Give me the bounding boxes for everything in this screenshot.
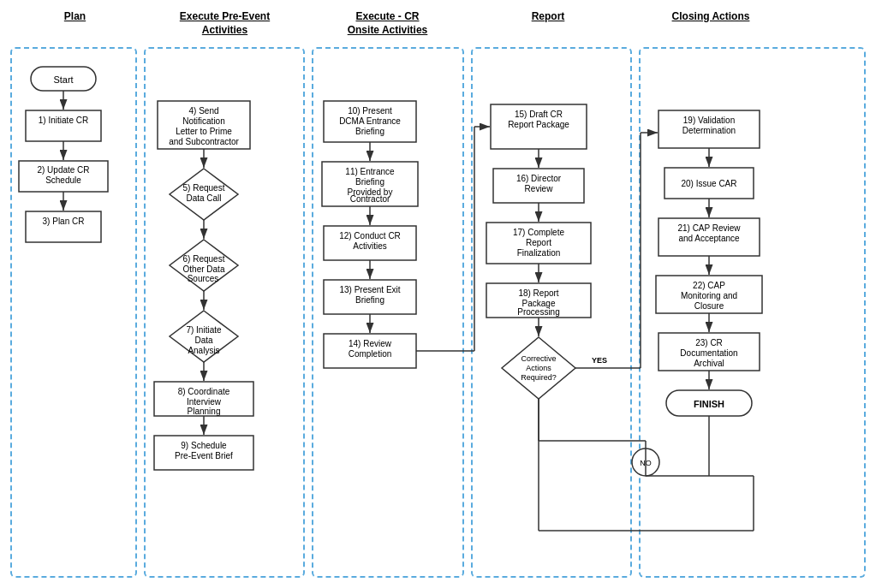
diagram-container: Plan Execute Pre-EventActivities Execute… (0, 0, 876, 588)
plan-dashed-border (10, 47, 137, 578)
col-header-closing: Closing Actions (629, 10, 792, 37)
col-header-cr-onsite: Execute - CROnsite Activities (308, 10, 467, 37)
col-header-report: Report (467, 10, 629, 37)
col-header-plan: Plan (9, 10, 141, 37)
pre-event-dashed-border (144, 47, 305, 578)
cr-onsite-dashed-border (312, 47, 464, 578)
col-header-pre-event: Execute Pre-EventActivities (141, 10, 308, 37)
closing-dashed-border (639, 47, 866, 578)
report-dashed-border (471, 47, 632, 578)
